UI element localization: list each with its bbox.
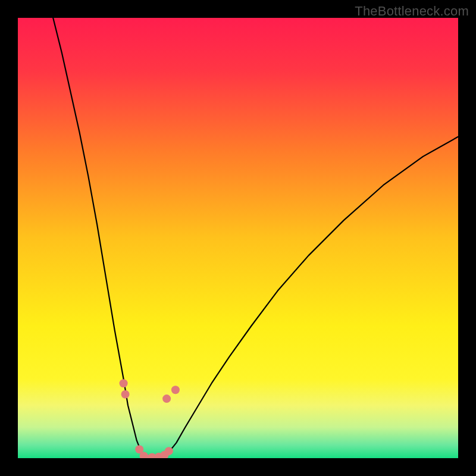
curve-layer <box>18 18 458 458</box>
plot-area <box>18 18 458 458</box>
watermark-text: TheBottleneck.com <box>355 4 469 19</box>
marker-point <box>121 390 130 399</box>
series-left-curve <box>53 18 145 458</box>
marker-point <box>171 386 180 394</box>
series-right-curve <box>164 137 458 458</box>
chart-frame: TheBottleneck.com <box>0 0 476 476</box>
marker-point <box>162 394 171 403</box>
marker-point <box>120 379 128 387</box>
marker-point <box>165 447 173 455</box>
